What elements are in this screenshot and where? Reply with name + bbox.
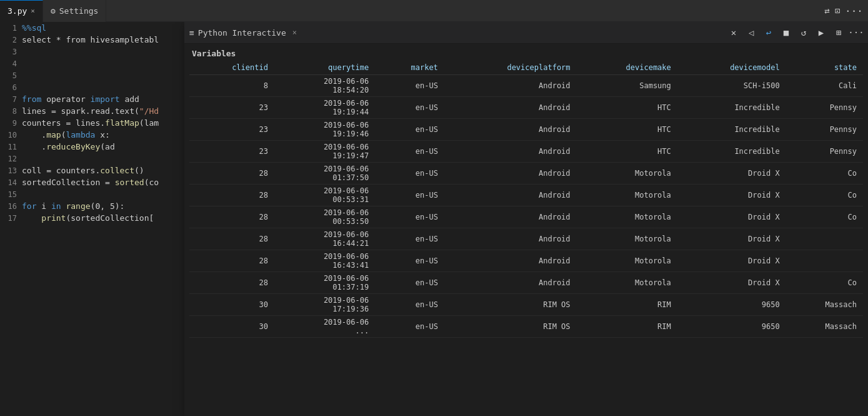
col-header-deviceplatform: deviceplatform — [444, 61, 577, 75]
cell-market: en-US — [375, 206, 444, 228]
cell-devicemodel: SCH-i500 — [677, 75, 786, 97]
col-header-clientid: clientid — [189, 61, 274, 75]
panel-back-btn[interactable]: ◁ — [744, 26, 758, 39]
panel-close-btn[interactable]: ✕ — [727, 26, 741, 39]
cell-devicemake: Motorola — [577, 272, 677, 294]
cell-market: en-US — [375, 228, 444, 250]
cell-deviceplatform: Android — [444, 119, 577, 141]
editor-tab-bar: 3.py × ⚙ Settings ⇄ ⊡ ··· — [0, 0, 868, 22]
cell-devicemake: Motorola — [577, 206, 677, 228]
cell-state: Pennsy — [786, 97, 863, 119]
editor-line-9: 9 counters = lines.flatMap(lam — [0, 117, 184, 129]
cell-clientid: 23 — [189, 119, 274, 141]
editor-tab-close[interactable]: × — [31, 7, 35, 15]
cell-market: en-US — [375, 75, 444, 97]
table-row: 282019-06-06 00:53:50en-USAndroidMotorol… — [189, 206, 863, 228]
cell-devicemake: Motorola — [577, 250, 677, 272]
table-row: 282019-06-06 01:37:19en-USAndroidMotorol… — [189, 272, 863, 294]
settings-tab-label: Settings — [59, 6, 99, 16]
editor-lines: 1 %%sql 2 select * from hivesampletabl 3… — [0, 22, 184, 224]
python-panel-tab-close[interactable]: × — [292, 28, 297, 37]
cell-clientid: 28 — [189, 206, 274, 228]
cell-clientid: 28 — [189, 163, 274, 185]
layout-icon[interactable]: ⊡ — [835, 6, 840, 16]
cell-state — [786, 228, 863, 250]
cell-clientid: 23 — [189, 97, 274, 119]
cell-state — [786, 250, 863, 272]
cell-querytime: 2019-06-06 01:37:19 — [274, 272, 375, 294]
editor-line-13: 13 coll = counters.collect() — [0, 165, 184, 176]
cell-devicemake: RIM — [577, 316, 677, 338]
cell-clientid: 8 — [189, 75, 274, 97]
cell-devicemake: Motorola — [577, 163, 677, 185]
tab-settings[interactable]: ⚙ Settings — [43, 0, 106, 22]
python-panel-header: ≡ Python Interactive × ✕ ◁ ↩ ■ ↺ ▶ ⊞ ··· — [184, 22, 868, 44]
panel-restart-btn[interactable]: ↺ — [797, 26, 811, 39]
variables-table: clientid querytime market deviceplatform… — [189, 61, 863, 338]
editor-line-2: 2 select * from hivesampletabl — [0, 34, 184, 46]
cell-devicemodel: Droid X — [677, 163, 786, 185]
editor-line-14: 14 sortedCollection = sorted(co — [0, 176, 184, 188]
col-header-state: state — [786, 61, 863, 75]
cell-market: en-US — [375, 119, 444, 141]
cell-deviceplatform: Android — [444, 250, 577, 272]
cell-devicemodel: Droid X — [677, 250, 786, 272]
cell-devicemodel: 9650 — [677, 316, 786, 338]
panel-stop-btn[interactable]: ■ — [779, 26, 793, 39]
cell-querytime: 2019-06-06 16:43:41 — [274, 250, 375, 272]
col-header-devicemodel: devicemodel — [677, 61, 786, 75]
settings-icon: ⚙ — [51, 6, 56, 16]
cell-querytime: 2019-06-06 16:44:21 — [274, 228, 375, 250]
split-editor-icon[interactable]: ⇄ — [824, 6, 829, 16]
more-actions-icon[interactable]: ··· — [845, 5, 863, 17]
editor-tab-label: 3.py — [7, 6, 27, 16]
table-row: 302019-06-06 ...en-USRIM OSRIM9650Massac… — [189, 316, 863, 338]
python-panel-icon: ≡ — [189, 28, 194, 38]
data-table-wrapper[interactable]: clientid querytime market deviceplatform… — [184, 61, 868, 416]
editor-line-10: 10 .map(lambda x: — [0, 129, 184, 141]
tab-editor[interactable]: 3.py × — [0, 0, 43, 22]
editor-line-6: 6 — [0, 81, 184, 93]
table-row: 282019-06-06 16:43:41en-USAndroidMotorol… — [189, 250, 863, 272]
cell-market: en-US — [375, 97, 444, 119]
panel-redo-blue-btn[interactable]: ↩ — [762, 26, 776, 39]
cell-deviceplatform: Android — [444, 163, 577, 185]
cell-devicemodel: Droid X — [677, 272, 786, 294]
cell-deviceplatform: RIM OS — [444, 294, 577, 316]
cell-deviceplatform: Android — [444, 206, 577, 228]
cell-devicemake: RIM — [577, 294, 677, 316]
table-row: 302019-06-06 17:19:36en-USRIM OSRIM9650M… — [189, 294, 863, 316]
cell-state: Massach — [786, 316, 863, 338]
cell-market: en-US — [375, 294, 444, 316]
cell-querytime: 2019-06-06 19:19:44 — [274, 97, 375, 119]
cell-clientid: 28 — [189, 185, 274, 206]
cell-market: en-US — [375, 163, 444, 185]
python-panel: ≡ Python Interactive × ✕ ◁ ↩ ■ ↺ ▶ ⊞ ···… — [184, 22, 868, 416]
main-area: 1 %%sql 2 select * from hivesampletabl 3… — [0, 22, 868, 416]
col-header-market: market — [375, 61, 444, 75]
cell-market: en-US — [375, 185, 444, 206]
cell-market: en-US — [375, 141, 444, 163]
cell-querytime: 2019-06-06 00:53:50 — [274, 206, 375, 228]
cell-devicemodel: Droid X — [677, 228, 786, 250]
variables-section: Variables — [184, 44, 868, 61]
editor-line-17: 17 print(sortedCollection[ — [0, 212, 184, 224]
table-row: 282019-06-06 16:44:21en-USAndroidMotorol… — [189, 228, 863, 250]
panel-more-btn[interactable]: ··· — [849, 26, 863, 39]
editor-line-7: 7 from operator import add — [0, 93, 184, 105]
table-row: 282019-06-06 01:37:50en-USAndroidMotorol… — [189, 163, 863, 185]
cell-querytime: 2019-06-06 19:19:47 — [274, 141, 375, 163]
cell-clientid: 23 — [189, 141, 274, 163]
cell-devicemake: Motorola — [577, 228, 677, 250]
cell-clientid: 28 — [189, 250, 274, 272]
panel-grid-btn[interactable]: ⊞ — [832, 26, 846, 39]
table-row: 232019-06-06 19:19:46en-USAndroidHTCIncr… — [189, 119, 863, 141]
cell-state: Co — [786, 185, 863, 206]
cell-market: en-US — [375, 316, 444, 338]
cell-market: en-US — [375, 272, 444, 294]
cell-state: Co — [786, 163, 863, 185]
panel-run-btn[interactable]: ▶ — [814, 26, 828, 39]
cell-clientid: 30 — [189, 316, 274, 338]
cell-querytime: 2019-06-06 00:53:31 — [274, 185, 375, 206]
cell-querytime: 2019-06-06 01:37:50 — [274, 163, 375, 185]
